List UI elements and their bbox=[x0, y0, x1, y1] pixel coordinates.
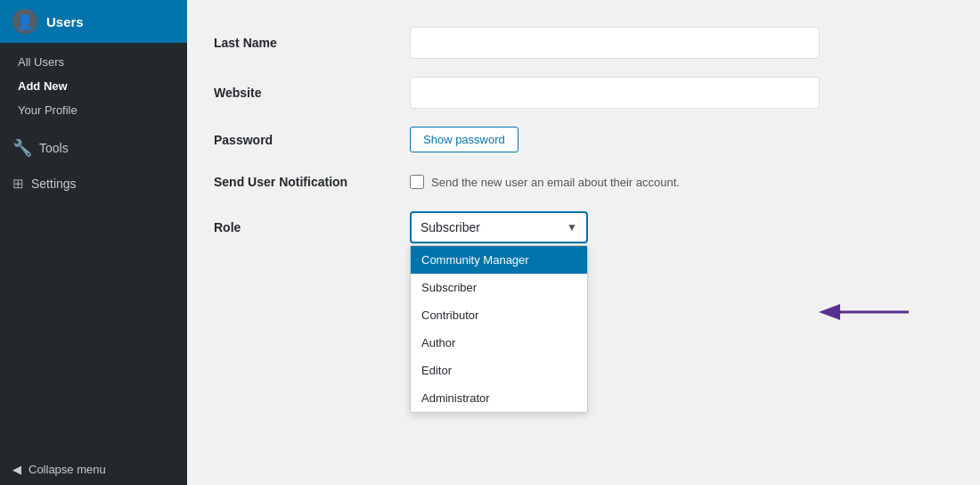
chevron-down-icon: ▼ bbox=[567, 221, 577, 234]
last-name-input[interactable] bbox=[410, 27, 820, 59]
tools-label: Tools bbox=[39, 141, 69, 155]
role-option-subscriber[interactable]: Subscriber bbox=[411, 274, 587, 301]
sidebar-item-all-users[interactable]: All Users bbox=[0, 50, 187, 74]
role-option-editor[interactable]: Editor bbox=[411, 357, 587, 384]
role-row: Role Subscriber ▼ Community Manager Subs… bbox=[214, 202, 953, 252]
sidebar-title: Users bbox=[46, 14, 84, 29]
last-name-row: Last Name bbox=[214, 18, 953, 68]
role-label: Role bbox=[214, 220, 241, 234]
password-row: Password Show password bbox=[214, 118, 953, 161]
website-input[interactable] bbox=[410, 77, 820, 109]
notification-label: Send User Notification bbox=[214, 175, 347, 189]
arrow-indicator bbox=[811, 294, 918, 330]
settings-icon: ⊞ bbox=[12, 176, 24, 192]
website-row: Website bbox=[214, 68, 953, 118]
role-dropdown: Community Manager Subscriber Contributor… bbox=[410, 245, 588, 413]
main-content: Last Name Website Password Show password… bbox=[187, 0, 980, 485]
password-label: Password bbox=[214, 133, 273, 147]
show-password-button[interactable]: Show password bbox=[410, 127, 519, 152]
sidebar-item-add-new[interactable]: Add New bbox=[0, 74, 187, 98]
collapse-label: Collapse menu bbox=[29, 463, 106, 476]
collapse-icon: ◀ bbox=[12, 463, 21, 476]
notification-text: Send the new user an email about their a… bbox=[431, 176, 680, 189]
tools-icon: 🔧 bbox=[12, 138, 32, 158]
role-select-button[interactable]: Subscriber ▼ bbox=[410, 211, 588, 243]
notification-field: Send the new user an email about their a… bbox=[410, 175, 953, 189]
role-container: Subscriber ▼ Community Manager Subscribe… bbox=[410, 211, 588, 243]
website-label: Website bbox=[214, 86, 261, 100]
role-option-author[interactable]: Author bbox=[411, 329, 587, 357]
last-name-label: Last Name bbox=[214, 36, 277, 50]
role-option-community-manager[interactable]: Community Manager bbox=[411, 246, 587, 274]
settings-label: Settings bbox=[31, 177, 77, 191]
sidebar-settings[interactable]: ⊞ Settings bbox=[0, 167, 187, 201]
sidebar-tools[interactable]: 🔧 Tools bbox=[0, 129, 187, 167]
users-icon: 👤 bbox=[12, 9, 37, 34]
sidebar-users-header[interactable]: 👤 Users bbox=[0, 0, 187, 43]
notification-row: Send User Notification Send the new user… bbox=[214, 161, 953, 202]
notification-checkbox[interactable] bbox=[410, 175, 424, 189]
sidebar-nav: All Users Add New Your Profile bbox=[0, 43, 187, 129]
role-option-contributor[interactable]: Contributor bbox=[411, 301, 587, 329]
sidebar-item-your-profile[interactable]: Your Profile bbox=[0, 98, 187, 122]
role-selected-label: Subscriber bbox=[421, 220, 480, 234]
sidebar-collapse[interactable]: ◀ Collapse menu bbox=[0, 454, 187, 485]
form-table: Last Name Website Password Show password… bbox=[214, 18, 953, 316]
sidebar: 👤 Users All Users Add New Your Profile 🔧… bbox=[0, 0, 187, 485]
role-option-administrator[interactable]: Administrator bbox=[411, 384, 587, 412]
